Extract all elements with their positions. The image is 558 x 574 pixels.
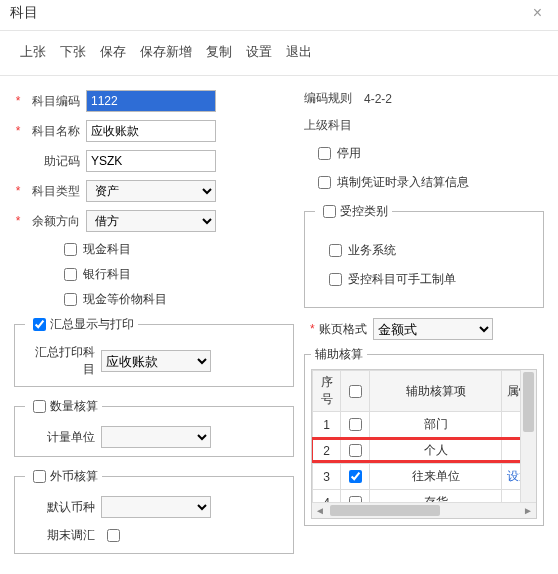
- menu-prev[interactable]: 上张: [20, 43, 46, 61]
- disabled-checkbox[interactable]: [318, 147, 331, 160]
- required-mark: *: [14, 94, 22, 108]
- fx-toggle-checkbox[interactable]: [33, 470, 46, 483]
- biz-system-label: 业务系统: [348, 242, 396, 259]
- type-select[interactable]: 资产: [86, 180, 216, 202]
- mnemonic-input[interactable]: [86, 150, 216, 172]
- summary-toggle-checkbox[interactable]: [33, 318, 46, 331]
- cash-label: 现金科目: [83, 241, 131, 258]
- cash-equiv-checkbox[interactable]: [64, 293, 77, 306]
- qty-toggle-checkbox[interactable]: [33, 400, 46, 413]
- bank-checkbox[interactable]: [64, 268, 77, 281]
- row-checkbox[interactable]: [349, 444, 362, 457]
- fx-default-select[interactable]: [101, 496, 211, 518]
- scrollbar-vertical[interactable]: [520, 370, 536, 502]
- voucher-settle-label: 填制凭证时录入结算信息: [337, 174, 469, 191]
- aux-table-wrap: 序号 辅助核算项 属性 1部门2个人3往来单位设置4存货5项目设置 ◄ ►: [311, 369, 537, 519]
- required-mark: *: [310, 322, 315, 336]
- menu-settings[interactable]: 设置: [246, 43, 272, 61]
- summary-legend: 汇总显示与打印: [50, 316, 134, 333]
- qty-legend: 数量核算: [50, 398, 98, 415]
- voucher-settle-checkbox[interactable]: [318, 176, 331, 189]
- controlled-fieldset: 受控类别 业务系统 受控科目可手工制单: [304, 202, 544, 308]
- acct-format-select[interactable]: 金额式: [373, 318, 493, 340]
- cell-seq: 3: [313, 464, 341, 490]
- acct-format-label: 账页格式: [319, 321, 367, 338]
- menu-next[interactable]: 下张: [60, 43, 86, 61]
- menu-bar: 上张 下张 保存 保存新增 复制 设置 退出: [0, 31, 558, 76]
- aux-fieldset: 辅助核算 序号 辅助核算项 属性 1部门2个人3往来单位设置4存货5项目设置: [304, 346, 544, 526]
- cell-check: [341, 438, 370, 464]
- table-row[interactable]: 1部门: [313, 412, 536, 438]
- required-mark: *: [14, 124, 22, 138]
- cash-equiv-label: 现金等价物科目: [83, 291, 167, 308]
- controlled-legend: 受控类别: [340, 203, 388, 220]
- name-input[interactable]: [86, 120, 216, 142]
- cash-checkbox[interactable]: [64, 243, 77, 256]
- cell-seq: 1: [313, 412, 341, 438]
- col-check: [341, 371, 370, 412]
- cell-seq: 2: [313, 438, 341, 464]
- balance-select[interactable]: 借方: [86, 210, 216, 232]
- cell-item: 部门: [370, 412, 502, 438]
- menu-exit[interactable]: 退出: [286, 43, 312, 61]
- controlled-toggle-checkbox[interactable]: [323, 205, 336, 218]
- scrollbar-horizontal[interactable]: ◄ ►: [312, 502, 536, 518]
- type-label: 科目类型: [22, 183, 80, 200]
- code-input[interactable]: [86, 90, 216, 112]
- menu-save[interactable]: 保存: [100, 43, 126, 61]
- menu-copy[interactable]: 复制: [206, 43, 232, 61]
- biz-system-checkbox[interactable]: [329, 244, 342, 257]
- fx-default-label: 默认币种: [25, 499, 95, 516]
- summary-fieldset: 汇总显示与打印 汇总打印科目 应收账款: [14, 315, 294, 387]
- fx-legend: 外币核算: [50, 468, 98, 485]
- cell-check: [341, 412, 370, 438]
- cell-item: 个人: [370, 438, 502, 464]
- fx-period-adj-label: 期末调汇: [25, 527, 95, 544]
- qty-unit-label: 计量单位: [25, 429, 95, 446]
- name-label: 科目名称: [22, 123, 80, 140]
- manual-order-label: 受控科目可手工制单: [348, 271, 456, 288]
- parent-label: 上级科目: [304, 117, 364, 134]
- col-seq: 序号: [313, 371, 341, 412]
- qty-unit-select[interactable]: [101, 426, 211, 448]
- menu-save-new[interactable]: 保存新增: [140, 43, 192, 61]
- col-item: 辅助核算项: [370, 371, 502, 412]
- cell-check: [341, 464, 370, 490]
- col-check-all[interactable]: [349, 385, 362, 398]
- qty-fieldset: 数量核算 计量单位: [14, 397, 294, 457]
- fx-fieldset: 外币核算 默认币种 期末调汇: [14, 467, 294, 554]
- scroll-left-icon[interactable]: ◄: [312, 505, 328, 516]
- bank-label: 银行科目: [83, 266, 131, 283]
- row-checkbox[interactable]: [349, 418, 362, 431]
- aux-legend: 辅助核算: [315, 346, 363, 363]
- mnemonic-label: 助记码: [22, 153, 80, 170]
- dialog-title: 科目: [10, 4, 38, 22]
- required-mark: *: [14, 214, 22, 228]
- required-mark: *: [14, 184, 22, 198]
- close-icon[interactable]: ×: [527, 4, 548, 22]
- fx-period-adj-checkbox[interactable]: [107, 529, 120, 542]
- summary-print-select[interactable]: 应收账款: [101, 350, 211, 372]
- cell-item: 往来单位: [370, 464, 502, 490]
- rule-label: 编码规则: [304, 90, 364, 107]
- balance-label: 余额方向: [22, 213, 80, 230]
- disabled-label: 停用: [337, 145, 361, 162]
- manual-order-checkbox[interactable]: [329, 273, 342, 286]
- table-row[interactable]: 2个人: [313, 438, 536, 464]
- summary-print-label: 汇总打印科目: [25, 344, 95, 378]
- table-row[interactable]: 3往来单位设置: [313, 464, 536, 490]
- aux-table: 序号 辅助核算项 属性 1部门2个人3往来单位设置4存货5项目设置: [312, 370, 536, 519]
- rule-value: 4-2-2: [364, 92, 392, 106]
- scroll-right-icon[interactable]: ►: [520, 505, 536, 516]
- row-checkbox[interactable]: [349, 470, 362, 483]
- code-label: 科目编码: [22, 93, 80, 110]
